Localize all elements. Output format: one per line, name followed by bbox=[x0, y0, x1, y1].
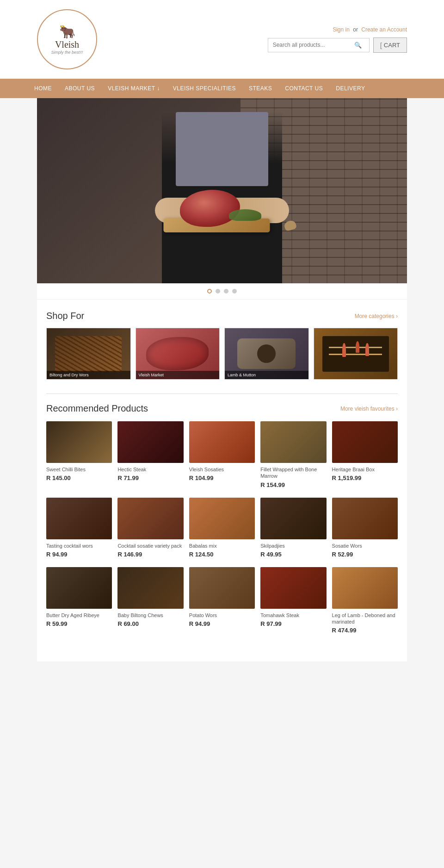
product-price-8: R 49.95 bbox=[260, 551, 326, 558]
shop-for-title: Shop For bbox=[46, 311, 84, 321]
product-price-3: R 154.99 bbox=[260, 481, 326, 488]
product-price-6: R 146.99 bbox=[117, 551, 183, 558]
categories-grid: Biltong and Dry Wors Vleish Market Lamb … bbox=[46, 328, 398, 380]
product-12[interactable]: Potato Wors R 94.99 bbox=[189, 567, 255, 634]
products-row-2: Tasting cocktail wors R 94.99 Cocktail s… bbox=[46, 498, 398, 558]
product-name-6: Cocktail sosatie variety pack bbox=[117, 543, 183, 549]
search-input[interactable] bbox=[273, 42, 352, 48]
product-price-14: R 474.99 bbox=[332, 627, 398, 634]
product-name-7: Babalas mix bbox=[189, 543, 255, 549]
product-8[interactable]: Skilpadjies R 49.95 bbox=[260, 498, 326, 558]
product-name-11: Baby Biltong Chews bbox=[117, 612, 183, 618]
category-label-lamb: Lamb & Mutton bbox=[225, 371, 308, 379]
product-name-5: Tasting cocktail wors bbox=[46, 543, 112, 549]
header-right: Sign in or Create an Account 🔍 [ CART bbox=[268, 26, 407, 53]
divider-1 bbox=[46, 393, 398, 394]
product-0[interactable]: Sweet Chilli Bites R 145.00 bbox=[46, 421, 112, 488]
sign-in-link[interactable]: Sign in bbox=[333, 26, 350, 33]
hero-image bbox=[37, 98, 407, 283]
category-braai[interactable] bbox=[314, 328, 398, 380]
product-price-12: R 94.99 bbox=[189, 620, 255, 627]
product-2[interactable]: Vleish Sosaties R 104.99 bbox=[189, 421, 255, 488]
nav-contact[interactable]: CONTACT US bbox=[278, 79, 329, 98]
logo-tagline: Simply the best!!! bbox=[51, 50, 83, 55]
slider-dots bbox=[37, 283, 407, 300]
search-icon: 🔍 bbox=[354, 42, 362, 49]
logo-name: Vleish bbox=[55, 39, 79, 50]
nav-home[interactable]: HOME bbox=[28, 79, 58, 98]
product-13[interactable]: Tomahawk Steak R 97.99 bbox=[260, 567, 326, 634]
cart-bracket-icon: [ bbox=[380, 41, 382, 49]
product-name-13: Tomahawk Steak bbox=[260, 612, 326, 618]
product-price-11: R 69.00 bbox=[117, 620, 183, 627]
product-price-0: R 145.00 bbox=[46, 475, 112, 481]
category-biltong[interactable]: Biltong and Dry Wors bbox=[46, 328, 131, 380]
create-account-link[interactable]: Create an Account bbox=[361, 26, 407, 33]
products-row-1: Sweet Chilli Bites R 145.00 Hectic Steak… bbox=[46, 421, 398, 488]
recommended-section: Recommended Products More vleish favouri… bbox=[37, 403, 407, 634]
nav-about[interactable]: ABOUT US bbox=[58, 79, 101, 98]
product-name-10: Butter Dry Aged Ribeye bbox=[46, 612, 112, 618]
account-links: Sign in or Create an Account bbox=[333, 26, 407, 33]
product-name-14: Leg of Lamb - Deboned and marinated bbox=[332, 612, 398, 625]
shop-for-section: Shop For More categories › Biltong and D… bbox=[37, 300, 407, 384]
product-price-4: R 1,519.99 bbox=[332, 475, 398, 481]
product-name-9: Sosatie Wors bbox=[332, 543, 398, 549]
product-price-13: R 97.99 bbox=[260, 620, 326, 627]
products-row-3: Butter Dry Aged Ribeye R 59.99 Baby Bilt… bbox=[46, 567, 398, 634]
search-box: 🔍 bbox=[268, 38, 370, 52]
product-name-8: Skilpadjies bbox=[260, 543, 326, 549]
cart-button[interactable]: [ CART bbox=[373, 37, 407, 53]
product-1[interactable]: Hectic Steak R 71.99 bbox=[117, 421, 183, 488]
recommended-title: Recommended Products bbox=[46, 403, 148, 414]
product-name-0: Sweet Chilli Bites bbox=[46, 466, 112, 473]
nav-delivery[interactable]: DELIVERY bbox=[329, 79, 371, 98]
nav-market[interactable]: VLEISH MARKET ↓ bbox=[101, 79, 166, 98]
product-price-10: R 59.99 bbox=[46, 620, 112, 627]
product-5[interactable]: Tasting cocktail wors R 94.99 bbox=[46, 498, 112, 558]
product-9[interactable]: Sosatie Wors R 52.99 bbox=[332, 498, 398, 558]
product-name-3: Fillet Wrapped with Bone Marrow bbox=[260, 466, 326, 480]
product-3[interactable]: Fillet Wrapped with Bone Marrow R 154.99 bbox=[260, 421, 326, 488]
more-favourites-link[interactable]: More vleish favourites › bbox=[340, 406, 398, 412]
nav-steaks[interactable]: STEAKS bbox=[242, 79, 278, 98]
dot-1[interactable] bbox=[207, 289, 212, 293]
cart-label: CART bbox=[384, 42, 400, 49]
logo[interactable]: 🐂 Vleish Simply the best!!! bbox=[37, 9, 97, 69]
main-content: Shop For More categories › Biltong and D… bbox=[37, 300, 407, 662]
category-lamb[interactable]: Lamb & Mutton bbox=[224, 328, 309, 380]
product-6[interactable]: Cocktail sosatie variety pack R 146.99 bbox=[117, 498, 183, 558]
navigation: HOME ABOUT US VLEISH MARKET ↓ VLEISH SPE… bbox=[0, 79, 444, 98]
category-label-biltong: Biltong and Dry Wors bbox=[47, 371, 130, 379]
dot-3[interactable] bbox=[224, 289, 228, 293]
product-price-7: R 124.50 bbox=[189, 551, 255, 558]
category-vleish[interactable]: Vleish Market bbox=[136, 328, 220, 380]
product-10[interactable]: Butter Dry Aged Ribeye R 59.99 bbox=[46, 567, 112, 634]
product-price-9: R 52.99 bbox=[332, 551, 398, 558]
product-price-2: R 104.99 bbox=[189, 475, 255, 481]
product-14[interactable]: Leg of Lamb - Deboned and marinated R 47… bbox=[332, 567, 398, 634]
dot-4[interactable] bbox=[232, 289, 237, 293]
more-categories-link[interactable]: More categories › bbox=[355, 313, 398, 319]
bull-icon: 🐂 bbox=[59, 24, 75, 39]
product-4[interactable]: Heritage Braai Box R 1,519.99 bbox=[332, 421, 398, 488]
product-name-4: Heritage Braai Box bbox=[332, 466, 398, 473]
product-price-1: R 71.99 bbox=[117, 475, 183, 481]
product-11[interactable]: Baby Biltong Chews R 69.00 bbox=[117, 567, 183, 634]
dot-2[interactable] bbox=[216, 289, 220, 293]
product-price-5: R 94.99 bbox=[46, 551, 112, 558]
product-name-1: Hectic Steak bbox=[117, 466, 183, 473]
product-name-2: Vleish Sosaties bbox=[189, 466, 255, 473]
product-7[interactable]: Babalas mix R 124.50 bbox=[189, 498, 255, 558]
nav-specialities[interactable]: VLEISH SPECIALITIES bbox=[166, 79, 242, 98]
category-label-vleish: Vleish Market bbox=[136, 371, 220, 379]
or-text: or bbox=[353, 26, 358, 33]
hero-slider bbox=[37, 98, 407, 300]
product-name-12: Potato Wors bbox=[189, 612, 255, 618]
